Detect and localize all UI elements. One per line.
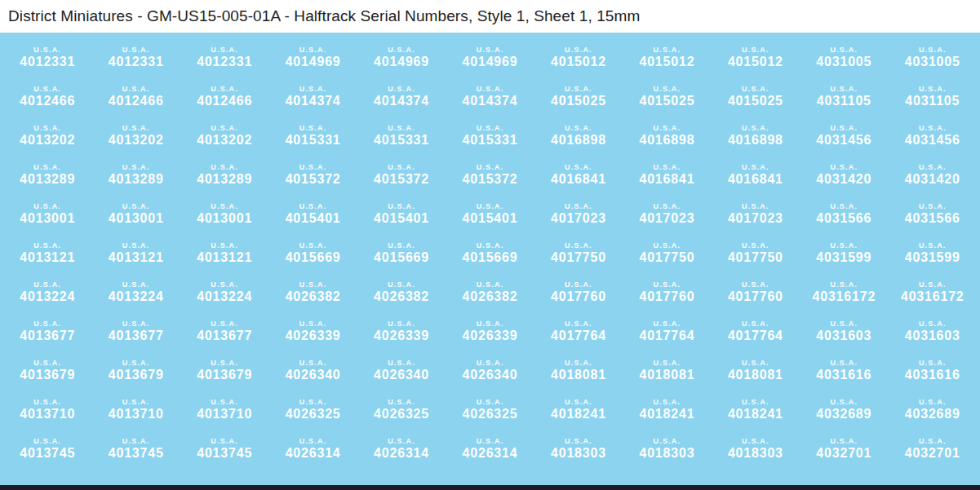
- decal-serial-number: 4018081: [623, 368, 711, 382]
- decal-entry: U.S.A.4013710: [91, 399, 180, 421]
- decal-usa-label: U.S.A.: [712, 86, 800, 93]
- decal-serial-number: 4014969: [446, 55, 534, 68]
- decal-serial-number: 4014374: [268, 94, 357, 108]
- decal-entry: U.S.A.4018081: [623, 360, 711, 382]
- decal-usa-label: U.S.A.: [623, 281, 711, 289]
- decal-usa-label: U.S.A.: [180, 242, 268, 249]
- decal-usa-label: U.S.A.: [268, 86, 357, 93]
- decal-serial-number: 4015401: [357, 211, 446, 225]
- decal-entry: U.S.A.4026339: [268, 320, 357, 342]
- decal-serial-number: 4018081: [534, 368, 623, 382]
- decal-serial-number: 4017023: [534, 211, 623, 225]
- decal-usa-label: U.S.A.: [3, 164, 91, 171]
- decal-serial-number: 4016841: [712, 172, 800, 186]
- decal-entry: U.S.A.4018081: [712, 360, 800, 382]
- decal-usa-label: U.S.A.: [357, 203, 446, 210]
- decal-usa-label: U.S.A.: [180, 320, 268, 328]
- decal-usa-label: U.S.A.: [446, 281, 534, 289]
- decal-serial-number: 4026340: [268, 368, 357, 382]
- decal-usa-label: U.S.A.: [889, 125, 977, 132]
- decal-usa-label: U.S.A.: [446, 125, 534, 132]
- decal-entry: U.S.A.4026382: [357, 281, 446, 303]
- decal-entry: U.S.A.4013679: [3, 360, 91, 382]
- decal-entry: U.S.A.4026325: [357, 399, 446, 421]
- decal-entry: U.S.A.4014374: [268, 86, 357, 108]
- decal-usa-label: U.S.A.: [534, 125, 623, 132]
- decal-usa-label: U.S.A.: [446, 242, 534, 249]
- decal-serial-number: 4012331: [91, 55, 180, 68]
- decal-usa-label: U.S.A.: [623, 242, 711, 249]
- decal-serial-number: 4015372: [446, 172, 534, 186]
- decal-entry: U.S.A.4013745: [3, 438, 91, 460]
- decal-entry: U.S.A.4015401: [446, 203, 534, 225]
- decal-entry: U.S.A.4018241: [623, 399, 711, 421]
- decal-serial-number: 4014374: [357, 94, 446, 108]
- decal-serial-number: 40316172: [800, 289, 888, 303]
- decal-entry: U.S.A.4013745: [180, 438, 268, 460]
- decal-serial-number: 4017760: [534, 289, 623, 303]
- decal-serial-number: 4014969: [268, 55, 357, 68]
- decal-usa-label: U.S.A.: [446, 399, 534, 406]
- decal-serial-number: 4026382: [357, 289, 446, 303]
- decal-entry: U.S.A.4015372: [446, 164, 534, 186]
- decal-entry: U.S.A.4032689: [800, 399, 888, 421]
- decal-usa-label: U.S.A.: [889, 438, 977, 445]
- decal-usa-label: U.S.A.: [268, 242, 357, 249]
- decal-entry: U.S.A.4026314: [268, 438, 357, 460]
- decal-entry: U.S.A.4031603: [800, 320, 888, 342]
- decal-entry: U.S.A.4017023: [623, 203, 711, 225]
- decal-usa-label: U.S.A.: [268, 203, 357, 210]
- decal-usa-label: U.S.A.: [800, 164, 888, 171]
- decal-serial-number: 4013679: [180, 368, 268, 382]
- decal-serial-number: 4031603: [800, 329, 888, 342]
- decal-usa-label: U.S.A.: [3, 320, 91, 328]
- decal-usa-label: U.S.A.: [623, 125, 711, 132]
- decal-row: U.S.A.4013121U.S.A.4013121U.S.A.4013121U…: [3, 233, 977, 272]
- decal-usa-label: U.S.A.: [889, 86, 977, 93]
- decal-serial-number: 4016898: [712, 133, 800, 147]
- decal-entry: U.S.A.4015012: [623, 46, 711, 68]
- decal-serial-number: 4013677: [3, 329, 91, 342]
- decal-usa-label: U.S.A.: [534, 438, 623, 445]
- decal-entry: U.S.A.4015012: [534, 46, 623, 68]
- decal-entry: U.S.A.4016841: [623, 164, 711, 186]
- decal-serial-number: 4013121: [91, 250, 180, 264]
- decal-entry: U.S.A.4015669: [446, 242, 534, 264]
- decal-entry: U.S.A.4015372: [268, 164, 357, 186]
- decal-serial-number: 4031005: [889, 55, 977, 68]
- decal-serial-number: 4018081: [712, 368, 800, 382]
- decal-serial-number: 4032701: [889, 446, 977, 460]
- decal-usa-label: U.S.A.: [446, 86, 534, 93]
- decal-entry: U.S.A.4026339: [446, 320, 534, 342]
- decal-serial-number: 4015012: [623, 55, 711, 68]
- title-bar: District Miniatures - GM-US15-005-01A - …: [0, 0, 980, 33]
- decal-entry: U.S.A.4013710: [3, 399, 91, 421]
- decal-entry: U.S.A.4017750: [712, 242, 800, 264]
- decal-row: U.S.A.4013710U.S.A.4013710U.S.A.4013710U…: [3, 390, 977, 429]
- decal-usa-label: U.S.A.: [623, 399, 711, 406]
- decal-entry: U.S.A.4031420: [800, 164, 888, 186]
- decal-usa-label: U.S.A.: [91, 46, 180, 54]
- decal-serial-number: 4031599: [800, 250, 888, 264]
- decal-usa-label: U.S.A.: [357, 438, 446, 445]
- decal-entry: U.S.A.4014969: [268, 46, 357, 68]
- decal-entry: U.S.A.4015025: [623, 86, 711, 108]
- decal-serial-number: 4015669: [357, 250, 446, 264]
- decal-usa-label: U.S.A.: [91, 203, 180, 210]
- decal-entry: U.S.A.4026314: [357, 438, 446, 460]
- decal-entry: U.S.A.4017750: [534, 242, 623, 264]
- decal-serial-number: 4015669: [268, 250, 357, 264]
- decal-usa-label: U.S.A.: [889, 281, 977, 289]
- decal-serial-number: 4018241: [623, 407, 711, 421]
- decal-serial-number: 4013677: [180, 329, 268, 342]
- decal-serial-number: 4017764: [534, 329, 623, 342]
- decal-usa-label: U.S.A.: [623, 320, 711, 328]
- decal-serial-number: 4012466: [3, 94, 91, 108]
- decal-entry: U.S.A.4015025: [534, 86, 623, 108]
- decal-serial-number: 4017760: [712, 289, 800, 303]
- decal-usa-label: U.S.A.: [800, 242, 888, 249]
- decal-usa-label: U.S.A.: [800, 203, 888, 210]
- decal-serial-number: 4013202: [91, 133, 180, 147]
- decal-serial-number: 4013202: [3, 133, 91, 147]
- decal-usa-label: U.S.A.: [3, 242, 91, 249]
